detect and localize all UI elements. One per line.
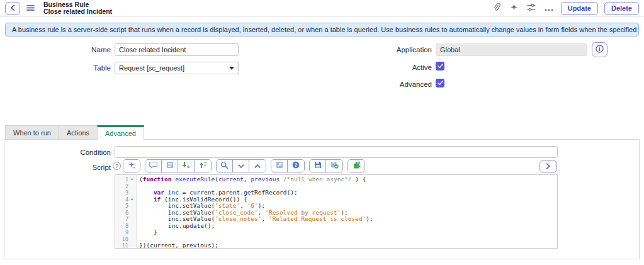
find-previous-button[interactable] [249, 160, 266, 172]
green-arrows-lines-icon [199, 161, 207, 171]
gutter-line: 11 [115, 242, 136, 249]
plugin-icon [353, 161, 361, 171]
toolbar-group [309, 159, 343, 172]
toolbar-group [216, 159, 266, 172]
name-input[interactable] [115, 43, 239, 56]
gutter-line: 1▾ [115, 176, 136, 183]
more-options-button[interactable] [543, 3, 555, 14]
tab-actions[interactable]: Actions [59, 125, 97, 140]
gutter-line: 10 [115, 236, 136, 243]
gutter-line: 9 [115, 229, 136, 236]
gutter-line: 2 [115, 183, 136, 190]
gutter-line: 5 [115, 203, 136, 210]
format-code-icon [128, 161, 136, 171]
script-code-editor[interactable]: 1▾234▾567891011 (function executeRule(cu… [115, 174, 558, 249]
line-number: 2 [115, 183, 128, 189]
back-button[interactable] [5, 2, 20, 15]
line-number: 9 [115, 229, 128, 235]
comment-icon [149, 161, 157, 171]
green-arrows-ac-icon [182, 161, 190, 171]
open-in-new-window-button[interactable] [271, 160, 288, 172]
toggle-comment-button[interactable] [145, 160, 162, 172]
application-info-button[interactable] [592, 42, 607, 57]
tab-advanced[interactable]: Advanced [97, 125, 144, 140]
check-icon [438, 62, 443, 70]
line-number: 3 [115, 189, 128, 196]
remove-comments-button[interactable] [178, 160, 195, 172]
application-field: Global [436, 43, 587, 56]
comment-lines-button[interactable] [195, 160, 211, 172]
form-header: Business Rule Close related Incident Upd… [0, 0, 644, 17]
editor-help-button[interactable]: ? [288, 160, 304, 172]
scratchpad-button[interactable] [348, 160, 364, 172]
fold-toggle-icon[interactable]: ▾ [128, 176, 135, 183]
editor-code-area[interactable]: (function executeRule(current, previous … [137, 175, 557, 248]
gutter-line: 4▾ [115, 196, 136, 203]
code-line: } [139, 229, 557, 236]
find-next-button[interactable] [233, 160, 249, 172]
application-value: Global [440, 46, 460, 54]
advanced-checkbox[interactable] [436, 79, 444, 87]
format-code-button[interactable] [123, 160, 140, 172]
personalize-form-button[interactable] [526, 3, 537, 14]
magnifier-icon [220, 161, 229, 171]
header-actions: Update Delete [492, 2, 639, 15]
name-label: Name [0, 46, 111, 54]
gutter-line: 6 [115, 210, 136, 217]
line-number: 10 [115, 236, 128, 242]
script-label: Script [0, 164, 111, 171]
line-number: 4 [115, 196, 128, 203]
info-banner: A business rule is a server-side script … [5, 23, 639, 37]
line-number: 1 [115, 176, 128, 183]
disk-check-icon [330, 161, 339, 171]
format-selection-button[interactable] [162, 160, 178, 172]
line-number: 7 [115, 216, 128, 222]
ai-assist-button[interactable] [509, 2, 519, 14]
check-syntax-button[interactable] [326, 160, 342, 172]
paperclip-icon [493, 3, 501, 14]
condition-label: Condition [0, 149, 111, 156]
line-number: 6 [115, 210, 128, 216]
table-select[interactable]: Request [sc_request] [115, 62, 239, 74]
application-label: Application [306, 46, 432, 54]
disk-icon [314, 161, 322, 171]
line-number: 5 [115, 203, 128, 209]
form-tabs: When to runActionsAdvanced [5, 125, 144, 140]
chevron-right-icon [546, 162, 551, 171]
settings-sliders-icon [527, 4, 536, 13]
active-checkbox[interactable] [436, 62, 444, 70]
form-context-menu-button[interactable] [25, 3, 36, 14]
text-lines-icon [166, 161, 174, 171]
script-editor-toolbar: ? [123, 159, 365, 172]
hamburger-menu-icon [26, 4, 35, 13]
script-help-icon[interactable]: ? [113, 162, 121, 170]
advanced-label: Advanced [306, 81, 432, 88]
chevron-down-icon [237, 161, 245, 171]
active-label: Active [306, 64, 432, 71]
info-banner-text: A business rule is a server-side script … [12, 26, 639, 33]
servicenow-business-rule-form: { "header": { "title_line1": "Business R… [0, 0, 644, 265]
record-name-label: Close related Incident [43, 8, 112, 15]
ellipsis-icon [545, 4, 553, 13]
popout-icon [276, 161, 283, 171]
fold-toggle-icon[interactable]: ▾ [128, 196, 135, 203]
save-script-button[interactable] [310, 160, 326, 172]
delete-button[interactable]: Delete [604, 2, 639, 15]
table-label: Table [0, 64, 111, 72]
condition-input[interactable] [115, 146, 558, 158]
editor-line-gutter: 1▾234▾567891011 [115, 175, 137, 248]
line-number: 11 [115, 242, 128, 249]
attachment-button[interactable] [492, 2, 502, 15]
caret-down-icon [229, 67, 234, 70]
line-number: 8 [115, 223, 128, 229]
toolbar-group: ? [271, 159, 305, 172]
magic-wand-icon [510, 3, 518, 13]
code-line: inc.update(); [139, 223, 557, 230]
table-select-value: Request [sc_request] [119, 64, 184, 72]
start-search-button[interactable] [217, 160, 233, 172]
record-title: Business Rule Close related Incident [43, 1, 112, 15]
update-button[interactable]: Update [561, 2, 598, 15]
tab-when-to-run[interactable]: When to run [5, 125, 59, 140]
expand-editor-button[interactable] [539, 161, 557, 172]
info-circle-icon [596, 45, 604, 55]
